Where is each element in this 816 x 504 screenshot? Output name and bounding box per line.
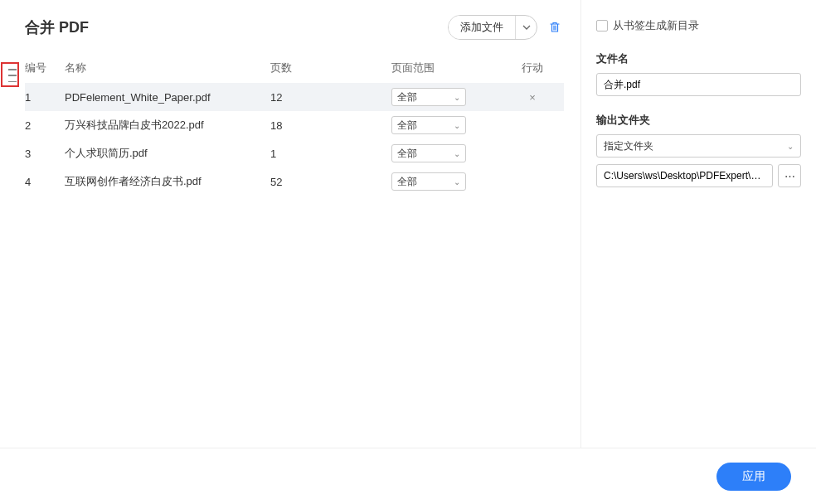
cell-name: 互联网创作者经济白皮书.pdf: [65, 174, 270, 189]
filename-input[interactable]: [596, 73, 801, 96]
cell-pages: 18: [270, 119, 391, 132]
cell-range: 全部⌄: [391, 88, 508, 106]
cell-action: ×: [508, 91, 557, 104]
table-row[interactable]: 3个人求职简历.pdf1全部⌄: [25, 139, 564, 167]
add-file-button[interactable]: 添加文件: [449, 15, 515, 40]
col-header-range: 页面范围: [391, 61, 508, 75]
cell-num: 1: [25, 91, 65, 104]
generate-toc-checkbox[interactable]: [596, 20, 608, 32]
header-row: 合并 PDF 添加文件: [25, 15, 564, 40]
page-range-value: 全部: [397, 90, 417, 104]
chevron-down-icon: ⌄: [454, 177, 460, 187]
output-folder-select[interactable]: 指定文件夹 ⌄: [596, 134, 801, 158]
chevron-down-icon: ⌄: [787, 142, 794, 151]
cell-name: PDFelement_White_Paper.pdf: [65, 91, 270, 104]
table-row[interactable]: 1PDFelement_White_Paper.pdf12全部⌄×: [25, 83, 564, 111]
table-header: 编号 名称 页数 页面范围 行动: [25, 55, 564, 81]
ellipsis-icon: ⋯: [784, 170, 795, 182]
cell-num: 2: [25, 119, 65, 132]
table-row[interactable]: 2万兴科技品牌白皮书2022.pdf18全部⌄: [25, 111, 564, 139]
footer: 应用: [0, 448, 816, 504]
page-range-select[interactable]: 全部⌄: [391, 144, 466, 162]
remove-row-button[interactable]: ×: [529, 91, 536, 104]
page-range-select[interactable]: 全部⌄: [391, 88, 466, 106]
page-range-select[interactable]: 全部⌄: [391, 172, 466, 191]
col-header-action: 行动: [508, 61, 557, 75]
cell-pages: 12: [270, 91, 391, 104]
table-row[interactable]: 4互联网创作者经济白皮书.pdf52全部⌄: [25, 167, 564, 196]
output-path-row: ⋯: [596, 164, 801, 187]
add-file-button-group: 添加文件: [448, 15, 537, 40]
add-file-dropdown[interactable]: [515, 15, 537, 40]
col-header-pages: 页数: [270, 61, 391, 75]
cell-num: 3: [25, 148, 65, 160]
output-folder-value: 指定文件夹: [604, 139, 653, 153]
generate-toc-label: 从书签生成新目录: [613, 18, 699, 33]
main-pane: 合并 PDF 添加文件 编号 名称 页数 页面范围 行动 1PDFelement…: [0, 0, 580, 448]
trash-icon: [548, 21, 561, 34]
chevron-down-icon: ⌄: [454, 149, 460, 158]
delete-button[interactable]: [546, 18, 564, 36]
cell-pages: 52: [270, 176, 391, 188]
cell-range: 全部⌄: [391, 144, 508, 162]
col-header-num: 编号: [25, 61, 65, 75]
cell-range: 全部⌄: [391, 172, 508, 191]
side-pane: 从书签生成新目录 文件名 输出文件夹 指定文件夹 ⌄ ⋯: [580, 0, 816, 448]
cell-name: 万兴科技品牌白皮书2022.pdf: [65, 118, 270, 133]
cell-pages: 1: [270, 148, 391, 160]
chevron-down-icon: [522, 23, 531, 32]
output-path-input[interactable]: [596, 164, 773, 187]
cell-name: 个人求职简历.pdf: [65, 146, 270, 161]
apply-button[interactable]: 应用: [716, 463, 791, 491]
page-range-select[interactable]: 全部⌄: [391, 116, 466, 134]
chevron-down-icon: ⌄: [454, 121, 460, 130]
generate-toc-row: 从书签生成新目录: [596, 18, 801, 33]
cell-range: 全部⌄: [391, 116, 508, 134]
header-actions: 添加文件: [448, 15, 564, 40]
cell-num: 4: [25, 176, 65, 188]
page-range-value: 全部: [397, 175, 417, 189]
col-header-name: 名称: [65, 61, 270, 75]
chevron-down-icon: ⌄: [454, 93, 460, 102]
drag-handle[interactable]: [7, 69, 17, 82]
page-range-value: 全部: [397, 119, 417, 133]
output-folder-label: 输出文件夹: [596, 113, 801, 128]
page-range-value: 全部: [397, 147, 417, 161]
filename-label: 文件名: [596, 51, 801, 66]
page-title: 合并 PDF: [25, 17, 89, 37]
file-table: 编号 名称 页数 页面范围 行动 1PDFelement_White_Paper…: [25, 55, 564, 196]
browse-button[interactable]: ⋯: [778, 164, 801, 187]
